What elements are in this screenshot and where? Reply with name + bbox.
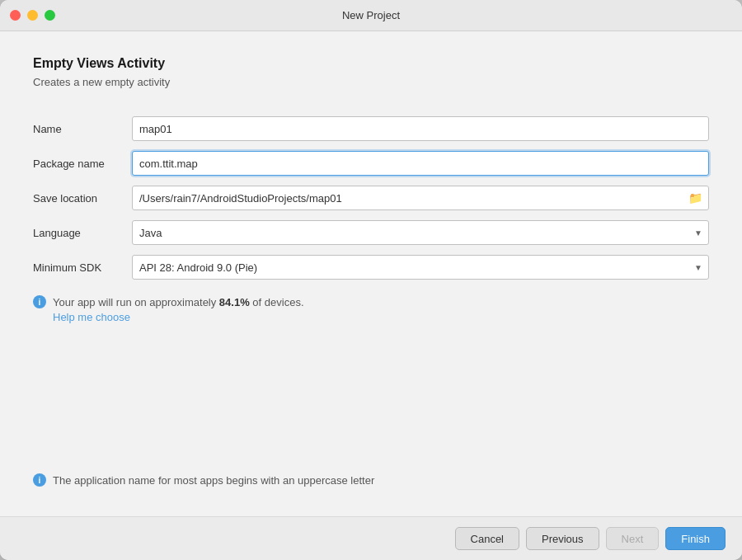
page-subtitle: Creates a new empty activity bbox=[33, 76, 709, 88]
minsdk-select-wrapper: API 21: Android 5.0 (Lollipop) API 23: A… bbox=[132, 255, 709, 280]
finish-button[interactable]: Finish bbox=[665, 527, 726, 550]
language-select-wrapper: Java Kotlin ▼ bbox=[132, 220, 709, 245]
save-location-input[interactable] bbox=[132, 186, 709, 210]
save-location-label: Save location bbox=[33, 184, 132, 213]
titlebar: New Project bbox=[0, 0, 742, 31]
package-input[interactable] bbox=[132, 151, 709, 176]
devices-prefix: Your app will run on approximately bbox=[53, 296, 219, 308]
minsdk-wrapper: API 21: Android 5.0 (Lollipop) API 23: A… bbox=[132, 250, 709, 285]
minimize-button[interactable] bbox=[27, 10, 38, 21]
name-label: Name bbox=[33, 115, 132, 144]
info-icon: i bbox=[33, 295, 46, 308]
next-button[interactable]: Next bbox=[606, 527, 660, 550]
minsdk-label: Minimum SDK bbox=[33, 253, 132, 282]
warning-icon: i bbox=[33, 473, 46, 487]
window-controls bbox=[10, 10, 55, 21]
page-title: Empty Views Activity bbox=[33, 56, 709, 71]
language-select[interactable]: Java Kotlin bbox=[132, 220, 709, 245]
content-area: Empty Views Activity Creates a new empty… bbox=[0, 31, 742, 516]
help-me-choose-link[interactable]: Help me choose bbox=[53, 311, 130, 323]
name-field-wrapper bbox=[132, 111, 709, 146]
warning-text: The application name for most apps begin… bbox=[53, 474, 374, 487]
form: Name Package name Save location 📁 Langua… bbox=[33, 111, 709, 285]
cancel-button[interactable]: Cancel bbox=[455, 527, 519, 550]
minsdk-select[interactable]: API 21: Android 5.0 (Lollipop) API 23: A… bbox=[132, 255, 709, 280]
devices-text: Your app will run on approximately 84.1%… bbox=[53, 294, 304, 311]
language-wrapper: Java Kotlin ▼ bbox=[132, 215, 709, 250]
previous-button[interactable]: Previous bbox=[526, 527, 599, 550]
footer: Cancel Previous Next Finish bbox=[0, 516, 742, 560]
window-title: New Project bbox=[342, 9, 400, 21]
devices-info: i Your app will run on approximately 84.… bbox=[33, 294, 709, 323]
save-location-field: 📁 bbox=[132, 186, 709, 210]
save-location-wrapper: 📁 bbox=[132, 181, 709, 215]
package-label: Package name bbox=[33, 149, 132, 178]
devices-percent: 84.1% bbox=[219, 296, 250, 308]
maximize-button[interactable] bbox=[45, 10, 55, 21]
folder-icon[interactable]: 📁 bbox=[688, 191, 702, 205]
name-input[interactable] bbox=[132, 116, 709, 141]
devices-suffix: of devices. bbox=[250, 296, 304, 308]
package-field-wrapper bbox=[132, 146, 709, 181]
warning-row: i The application name for most apps beg… bbox=[33, 473, 709, 487]
language-label: Language bbox=[33, 219, 132, 247]
close-button[interactable] bbox=[10, 10, 21, 21]
main-window: New Project Empty Views Activity Creates… bbox=[0, 0, 742, 560]
